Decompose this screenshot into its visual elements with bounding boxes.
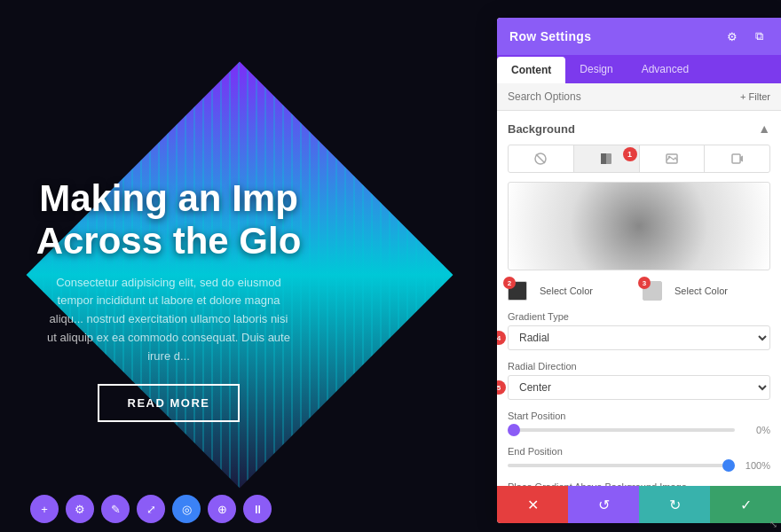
radial-direction-label: Radial Direction <box>508 361 770 372</box>
start-slider-track: 0% <box>508 425 770 435</box>
select-color-1-button[interactable]: Select Color <box>534 282 635 300</box>
start-position-value: 0% <box>742 425 770 435</box>
start-position-label: Start Position <box>508 411 770 421</box>
svg-rect-6 <box>732 154 740 163</box>
swatch-2-badge: 3 <box>638 277 651 289</box>
select-color-2-button[interactable]: Select Color <box>669 282 770 300</box>
panel-copy-icon[interactable]: ⧉ <box>749 27 769 46</box>
end-position-label: End Position <box>508 446 770 457</box>
gradient-type-badge: 4 <box>497 331 506 345</box>
panel-footer: ✕ ↺ ↻ ✓ <box>497 486 781 523</box>
svg-rect-3 <box>601 153 606 164</box>
resize-handle[interactable]: ⤡ <box>767 518 779 530</box>
panel-tabs: Content Design Advanced <box>497 55 781 83</box>
toolbar-btn-6[interactable]: ⊕ <box>208 495 236 523</box>
panel-header: Row Settings ⚙ ⧉ <box>497 18 781 55</box>
start-position-field: Start Position 0% <box>508 411 770 435</box>
radial-direction-badge: 5 <box>497 380 506 395</box>
end-position-field: End Position 100% <box>508 446 770 471</box>
tab-content[interactable]: Content <box>497 57 565 83</box>
svg-point-5 <box>668 156 670 158</box>
end-position-slider[interactable] <box>508 464 735 467</box>
toolbar-btn-4[interactable]: ⤢ <box>137 495 165 523</box>
bg-tab-color[interactable]: 1 <box>574 145 640 172</box>
panel-settings-icon[interactable]: ⚙ <box>722 27 742 46</box>
hero-title: Making an Imp Across the Glo <box>36 177 302 263</box>
background-section-header: Background ▲ <box>508 121 770 136</box>
swatch-1-badge: 2 <box>503 277 516 289</box>
bg-tab-none[interactable] <box>509 145 574 172</box>
bg-tab-video[interactable] <box>705 145 769 172</box>
gradient-type-field: Gradient Type 4 Radial Linear Conic <box>508 311 770 350</box>
toolbar-btn-pause[interactable]: ⏸ <box>243 495 272 523</box>
panel-body: Background ▲ 1 <box>497 111 781 486</box>
hero-section: Making an Imp Across the Glo Consectetur… <box>36 177 302 422</box>
read-more-button[interactable]: READ MORE <box>98 384 241 422</box>
panel-header-icons: ⚙ ⧉ <box>722 27 769 46</box>
radial-direction-field: Radial Direction 5 Center Top Left Top R… <box>508 361 770 400</box>
search-bar: + Filter <box>497 83 781 111</box>
start-position-slider[interactable] <box>508 428 735 432</box>
gradient-type-label: Gradient Type <box>508 311 770 322</box>
bg-tab-badge: 1 <box>623 147 637 161</box>
end-position-value: 100% <box>742 460 770 471</box>
toolbar-btn-3[interactable]: ✎ <box>101 495 130 523</box>
gradient-type-select[interactable]: Radial Linear Conic <box>508 325 770 350</box>
panel-title: Row Settings <box>509 29 591 43</box>
color-swatch-2[interactable]: 3 <box>643 281 662 301</box>
search-input[interactable] <box>508 90 740 103</box>
gradient-preview <box>508 182 770 270</box>
bottom-toolbar: + ⚙ ✎ ⤢ ◎ ⊕ ⏸ <box>0 495 302 523</box>
svg-line-1 <box>536 154 545 163</box>
end-slider-track: 100% <box>508 460 770 471</box>
section-collapse-button[interactable]: ▲ <box>758 121 770 136</box>
cancel-button[interactable]: ✕ <box>497 486 568 523</box>
toolbar-btn-5[interactable]: ◎ <box>172 495 201 523</box>
tab-design[interactable]: Design <box>565 55 627 83</box>
filter-button[interactable]: + Filter <box>740 91 770 102</box>
radial-direction-select[interactable]: Center Top Left Top Right Bottom Left Bo… <box>508 375 770 400</box>
toolbar-btn-1[interactable]: + <box>30 495 59 523</box>
redo-button[interactable]: ↻ <box>639 486 710 523</box>
row-settings-panel: Row Settings ⚙ ⧉ Content Design Advanced… <box>497 18 781 523</box>
tab-advanced[interactable]: Advanced <box>627 55 703 83</box>
color-swatch-1[interactable]: 2 <box>508 281 527 301</box>
reset-button[interactable]: ↺ <box>568 486 639 523</box>
bg-type-tabs: 1 <box>508 145 770 173</box>
bg-tab-image[interactable] <box>640 145 706 172</box>
color-row: 2 Select Color 3 Select Color <box>508 281 770 301</box>
section-title: Background <box>508 122 575 136</box>
hero-subtitle: Consectetur adipisicing elit, sed do eiu… <box>36 274 302 366</box>
toolbar-btn-2[interactable]: ⚙ <box>66 495 94 523</box>
